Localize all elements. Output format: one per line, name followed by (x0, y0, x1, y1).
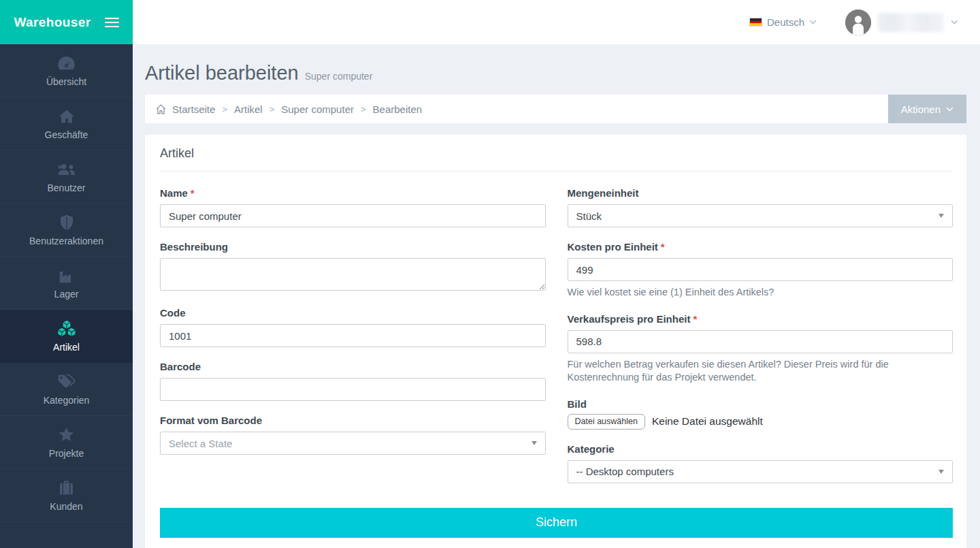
verkaufspreis-help-text: Für welchen Betrag verkaufen sie diesen … (568, 358, 938, 385)
factory-icon (58, 267, 76, 285)
language-selector[interactable]: Deutsch (749, 16, 817, 28)
field-mengeneinheit: Mengeneinheit Stück (568, 187, 953, 227)
form-grid: Name* Beschreibung Code Barcode (160, 187, 953, 497)
bild-file-input: Datei auswählen Keine Datei ausgewählt (568, 414, 953, 430)
field-barcode: Barcode (160, 361, 546, 401)
breadcrumb-separator: > (222, 104, 227, 114)
breadcrumb-separator: > (361, 104, 366, 114)
verkaufspreis-label: Verkaufspreis pro Einheit (568, 313, 691, 325)
select-placeholder: Select a State (169, 438, 232, 449)
suitcase-icon (58, 479, 75, 497)
cubes-icon (56, 320, 77, 338)
breadcrumb-link-super-computer[interactable]: Super computer (281, 103, 354, 115)
kosten-input[interactable] (568, 258, 953, 281)
sidebar-item-projekte[interactable]: Projekte (0, 416, 133, 469)
field-bild: Bild Datei auswählen Keine Datei ausgewä… (568, 398, 953, 430)
star-icon (58, 426, 75, 444)
field-verkaufspreis-pro-einheit: Verkaufspreis pro Einheit* Für welchen B… (568, 313, 953, 385)
aktionen-button[interactable]: Aktionen (888, 95, 966, 123)
sidebar-item-label: Geschäfte (45, 129, 88, 140)
beschreibung-textarea[interactable] (160, 258, 546, 291)
sidebar-item-geschaefte[interactable]: Geschäfte (0, 97, 133, 150)
sidebar-item-label: Projekte (49, 448, 84, 459)
file-status-text: Keine Datei ausgewählt (652, 415, 763, 428)
breadcrumb-link-artikel[interactable]: Artikel (234, 103, 263, 115)
sidebar-item-kategorien[interactable]: Kategorien (0, 363, 133, 416)
sidebar-item-lager[interactable]: Lager (0, 257, 133, 310)
sidebar-item-label: Kategorien (44, 395, 90, 406)
required-asterisk: * (661, 241, 665, 253)
hamburger-menu-icon[interactable] (105, 18, 119, 27)
required-asterisk: * (693, 313, 697, 325)
breadcrumb-separator: > (270, 104, 275, 114)
format-vom-barcode-select[interactable]: Select a State (160, 432, 546, 455)
language-label: Deutsch (767, 16, 804, 28)
field-name: Name* (160, 187, 546, 227)
field-format-vom-barcode: Format vom Barcode Select a State (160, 415, 546, 455)
users-icon (56, 161, 77, 178)
user-name-redacted (878, 13, 944, 32)
sidebar-nav: Übersicht Geschäfte Benutzer Benutzerakt… (0, 44, 133, 522)
tags-icon (57, 373, 76, 391)
page-title: Artikel bearbeiten (145, 62, 299, 84)
breadcrumb-current-bearbeiten: Bearbeiten (373, 103, 423, 115)
verkaufspreis-input[interactable] (568, 330, 953, 353)
page-head: Artikel bearbeiten Super computer (145, 62, 966, 84)
user-avatar (845, 10, 871, 35)
home-icon (155, 103, 167, 115)
sidebar: Warehouser Übersicht Geschäfte Benutzer (0, 0, 133, 548)
code-input[interactable] (160, 324, 546, 347)
field-kategorie: Kategorie -- Desktop computers (568, 443, 953, 483)
breadcrumb-link-startseite[interactable]: Startseite (172, 103, 215, 115)
code-label: Code (160, 307, 546, 319)
sidebar-item-benutzeraktionen[interactable]: Benutzeraktionen (0, 204, 133, 257)
format-vom-barcode-label: Format vom Barcode (160, 415, 546, 426)
form-right-column: Mengeneinheit Stück Kosten pro Einheit* … (568, 187, 953, 497)
kategorie-label: Kategorie (568, 443, 953, 455)
breadcrumb: Startseite > Artikel > Super computer > … (145, 95, 966, 123)
datei-auswaehlen-button[interactable]: Datei auswählen (568, 414, 645, 430)
sidebar-item-uebersicht[interactable]: Übersicht (0, 44, 133, 97)
aktionen-label: Aktionen (901, 103, 941, 115)
sidebar-item-label: Artikel (53, 342, 80, 353)
kategorie-select[interactable]: -- Desktop computers (568, 460, 953, 483)
barcode-input[interactable] (160, 378, 546, 401)
panel-title: Artikel (160, 146, 953, 172)
shield-icon (60, 214, 74, 231)
page-subtitle: Super computer (305, 71, 373, 82)
name-input[interactable] (160, 204, 546, 227)
app-title: Warehouser (14, 15, 91, 30)
field-beschreibung: Beschreibung (160, 241, 546, 293)
name-label: Name (160, 187, 188, 199)
german-flag-icon (749, 18, 762, 27)
field-code: Code (160, 307, 546, 347)
caret-down-icon (532, 441, 537, 445)
artikel-form-panel: Artikel Name* Beschreibung Code (145, 135, 966, 548)
main-area: Deutsch Artikel bearbeiten Super compute… (133, 0, 980, 548)
chevron-down-icon (946, 107, 953, 112)
field-kosten-pro-einheit: Kosten pro Einheit* Wie viel kostet sie … (568, 241, 953, 300)
form-left-column: Name* Beschreibung Code Barcode (160, 187, 546, 468)
sidebar-item-label: Kunden (50, 501, 82, 512)
sidebar-item-artikel[interactable]: Artikel (0, 310, 133, 363)
mengeneinheit-label: Mengeneinheit (568, 187, 953, 199)
sichern-button[interactable]: Sichern (160, 508, 953, 538)
select-value: -- Desktop computers (576, 466, 674, 477)
bild-label: Bild (568, 398, 953, 410)
mengeneinheit-select[interactable]: Stück (568, 204, 953, 227)
app-logo: Warehouser (0, 0, 133, 44)
chevron-down-icon (951, 20, 958, 25)
sidebar-item-benutzer[interactable]: Benutzer (0, 150, 133, 204)
sidebar-item-label: Lager (54, 289, 79, 300)
sidebar-item-label: Benutzer (47, 182, 85, 193)
chevron-down-icon (809, 20, 817, 25)
sidebar-item-kunden[interactable]: Kunden (0, 469, 133, 522)
barcode-label: Barcode (160, 361, 546, 372)
user-menu[interactable] (845, 10, 958, 35)
kosten-help-text: Wie viel kostet sie eine (1) Einheit des… (568, 286, 938, 300)
sidebar-item-label: Benutzeraktionen (29, 236, 103, 246)
gauge-icon (57, 54, 76, 72)
content: Artikel bearbeiten Super computer Starts… (133, 62, 980, 548)
sidebar-item-label: Übersicht (46, 76, 86, 87)
kosten-label: Kosten pro Einheit (568, 241, 658, 253)
